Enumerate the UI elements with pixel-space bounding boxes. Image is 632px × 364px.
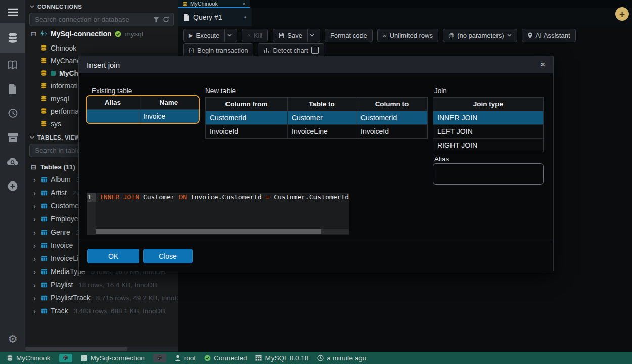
ok-button[interactable]: OK: [87, 249, 139, 263]
table-icon: [41, 203, 48, 209]
gear-icon: ⚙: [8, 333, 18, 346]
column-header-alias[interactable]: Alias: [87, 96, 139, 109]
save-button[interactable]: Save: [273, 29, 320, 42]
chevron-down-icon[interactable]: [310, 34, 314, 37]
table-icon: [41, 229, 48, 236]
app-window: ⚙ CONNECTIONS ⊟ MySql-connection mysql C…: [0, 0, 632, 364]
current-database-indicator: [51, 71, 56, 76]
grid-cell[interactable]: InvoiceId: [206, 125, 288, 138]
column-header-name[interactable]: Name: [139, 96, 199, 109]
grid-cell[interactable]: CustomerId: [356, 111, 427, 124]
chevron-right-icon[interactable]: ›: [31, 202, 38, 210]
chevron-right-icon[interactable]: ›: [31, 294, 38, 302]
chevron-right-icon[interactable]: ›: [31, 189, 38, 197]
connection-name: MySql-connection: [51, 30, 112, 38]
cell-name[interactable]: Invoice: [139, 110, 199, 123]
collapse-expander-icon[interactable]: ⊟: [30, 30, 37, 38]
new-tab-button[interactable]: +: [615, 7, 629, 21]
grid-cell[interactable]: INNER JOIN: [433, 111, 543, 124]
chevron-right-icon[interactable]: ›: [31, 267, 38, 276]
connections-section-header[interactable]: CONNECTIONS: [25, 0, 178, 12]
filter-icon[interactable]: [153, 17, 159, 23]
column-header-column-from[interactable]: Column from: [206, 98, 288, 111]
join-type-option[interactable]: LEFT JOIN: [433, 125, 543, 139]
database-item[interactable]: Chinook: [25, 41, 178, 54]
query-tab-strip: Query #1 ● +: [178, 8, 632, 26]
grid-cell[interactable]: Customer: [288, 111, 356, 124]
chevron-down-icon: [507, 34, 512, 37]
collapse-expander-icon[interactable]: ⊟: [30, 163, 37, 171]
join-candidate-row[interactable]: InvoiceIdInvoiceLineInvoiceId: [206, 125, 427, 138]
tab-mychinook[interactable]: MyChinook ×: [178, 0, 250, 8]
grid-cell[interactable]: RIGHT JOIN: [433, 139, 543, 152]
format-code-button[interactable]: Format code: [325, 29, 373, 42]
statusbar-database[interactable]: MyChinook: [7, 354, 51, 362]
parameters-button[interactable]: @ (no parameters): [443, 29, 517, 42]
join-type-option[interactable]: RIGHT JOIN: [433, 139, 543, 152]
detect-chart-checkbox[interactable]: [311, 47, 319, 54]
chevron-right-icon[interactable]: ›: [31, 228, 38, 237]
rail-history-tab[interactable]: [0, 101, 25, 125]
close-dialog-icon[interactable]: ×: [540, 60, 545, 69]
database-icon: [182, 1, 188, 7]
table-icon: [41, 242, 48, 249]
rail-connections-tab[interactable]: [0, 23, 25, 53]
settings-button[interactable]: ⚙: [0, 327, 25, 352]
rail-files-tab[interactable]: [0, 77, 25, 101]
join-candidate-row[interactable]: CustomerIdCustomerCustomerId: [206, 111, 427, 125]
palette-icon: [157, 355, 163, 361]
table-item[interactable]: ›PlaylistTrack8,715 rows, 49.2 KB, InnoD…: [25, 291, 178, 304]
sql-code-area[interactable]: INNER JOIN Customer ON Invoice.CustomerI…: [96, 193, 349, 235]
rail-archive-tab[interactable]: [0, 125, 25, 150]
begin-transaction-button[interactable]: {·} Begin transaction: [183, 43, 253, 57]
grid-cell[interactable]: LEFT JOIN: [433, 125, 543, 138]
grid-cell[interactable]: CustomerId: [206, 111, 288, 124]
statusbar-status: Connected: [204, 354, 247, 362]
join-type-option[interactable]: INNER JOIN: [433, 111, 543, 125]
unlimited-rows-button[interactable]: ∞ Unlimited rows: [377, 29, 438, 42]
database-color-button[interactable]: [59, 354, 72, 362]
execute-button[interactable]: ▶ Execute: [183, 29, 237, 42]
statusbar-connection[interactable]: MySql-connection: [81, 354, 145, 362]
close-tab-icon[interactable]: ×: [243, 1, 246, 7]
table-item[interactable]: ›Track3,483 rows, 688.1 KB, InnoDB: [25, 304, 178, 317]
hscroll-thumb[interactable]: [96, 229, 321, 234]
detect-chart-button[interactable]: Detect chart: [258, 43, 324, 57]
rail-reference-tab[interactable]: [0, 53, 25, 77]
chevron-right-icon[interactable]: ›: [31, 254, 38, 263]
join-label: Join: [434, 87, 447, 95]
table-item[interactable]: ›Playlist18 rows, 16.4 KB, InnoDB: [25, 278, 178, 291]
connection-color-button[interactable]: [153, 354, 166, 362]
alias-input[interactable]: [433, 163, 544, 185]
chevron-right-icon[interactable]: ›: [31, 281, 38, 289]
chevron-right-icon[interactable]: ›: [31, 175, 38, 184]
table-stats: 18 rows, 16.4 KB, InnoDB: [78, 281, 157, 289]
user-icon: [175, 355, 181, 361]
column-header-column-to[interactable]: Column to: [356, 98, 427, 111]
sidebar-hscroll-thumb[interactable]: [25, 347, 127, 351]
bar-chart-icon: [263, 47, 269, 53]
column-header-join-type[interactable]: Join type: [433, 98, 543, 111]
ai-assistant-button[interactable]: AI Assistant: [522, 29, 576, 42]
table-stats: 8,715 rows, 49.2 KB, InnoDB: [96, 294, 178, 302]
column-header-table-to[interactable]: Table to: [288, 98, 356, 111]
close-button[interactable]: Close: [143, 249, 193, 263]
connection-item[interactable]: ⊟ MySql-connection mysql: [25, 28, 178, 39]
grid-cell[interactable]: InvoiceId: [356, 125, 427, 138]
chevron-right-icon[interactable]: ›: [31, 241, 38, 250]
existing-table-row[interactable]: Invoice: [87, 110, 199, 123]
chevron-right-icon[interactable]: ›: [31, 307, 38, 315]
grid-cell[interactable]: InvoiceLine: [288, 125, 356, 138]
cell-alias[interactable]: [87, 110, 139, 123]
chevron-down-icon[interactable]: [227, 34, 232, 37]
refresh-icon[interactable]: [163, 16, 169, 23]
rail-add-connection-button[interactable]: [0, 174, 25, 198]
connections-search-input[interactable]: [34, 15, 150, 24]
chevron-down-icon: [30, 136, 34, 139]
chevron-right-icon[interactable]: ›: [31, 215, 38, 223]
database-name: Chinook: [51, 44, 76, 52]
dialog-header[interactable]: Insert join ×: [79, 56, 553, 73]
rail-cloud-search-tab[interactable]: [0, 150, 25, 174]
tab-query-1[interactable]: Query #1 ●: [178, 8, 252, 26]
menu-button[interactable]: [0, 1, 25, 23]
